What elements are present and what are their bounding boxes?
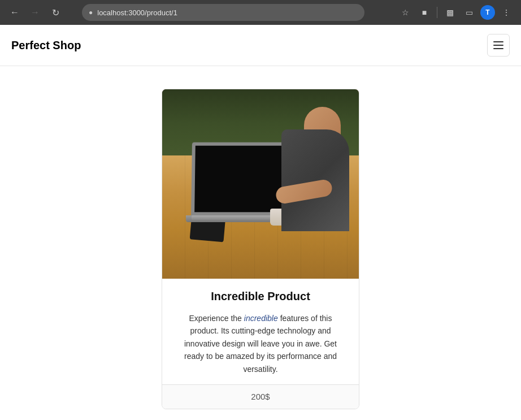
product-image-container — [162, 89, 359, 279]
back-button[interactable]: ← — [7, 5, 23, 20]
product-price-section: 200$ — [162, 384, 359, 409]
bookmark-button[interactable]: ☆ — [397, 5, 413, 20]
url-text: localhost:3000/product/1 — [97, 8, 358, 17]
menu-button[interactable]: ⋮ — [498, 5, 514, 20]
image-person — [264, 107, 349, 231]
reload-button[interactable]: ↻ — [47, 5, 63, 20]
product-image — [162, 89, 359, 279]
app-navbar: Perfect Shop — [0, 25, 521, 66]
app-title: Perfect Shop — [11, 39, 81, 52]
extensions-button[interactable]: ■ — [416, 5, 432, 20]
product-description: Experience the incredible features of th… — [176, 312, 345, 375]
hamburger-line-1 — [493, 41, 503, 42]
lock-icon: ● — [89, 8, 93, 16]
browser-right-controls: ☆ ■ ▩ ▭ T ⋮ — [397, 5, 514, 20]
product-card: Incredible Product Experience the incred… — [162, 89, 359, 409]
hamburger-button[interactable] — [487, 34, 510, 57]
description-emphasis: incredible — [244, 314, 278, 323]
forward-button[interactable]: → — [27, 5, 43, 20]
product-info: Incredible Product Experience the incred… — [162, 279, 359, 384]
hamburger-line-2 — [493, 45, 503, 46]
device-button[interactable]: ▭ — [461, 5, 477, 20]
product-price: 200$ — [251, 392, 270, 401]
product-title: Incredible Product — [176, 290, 345, 303]
browser-chrome: ← → ↻ ● localhost:3000/product/1 ☆ ■ ▩ ▭… — [0, 0, 521, 25]
profile-avatar[interactable]: T — [480, 5, 495, 20]
description-prefix: Experience the — [189, 314, 244, 323]
divider — [437, 7, 437, 18]
cast-button[interactable]: ▩ — [442, 5, 458, 20]
main-content: Incredible Product Experience the incred… — [0, 66, 521, 420]
hamburger-line-3 — [493, 48, 503, 49]
hamburger-icon — [493, 41, 503, 49]
address-bar[interactable]: ● localhost:3000/product/1 — [82, 4, 364, 21]
